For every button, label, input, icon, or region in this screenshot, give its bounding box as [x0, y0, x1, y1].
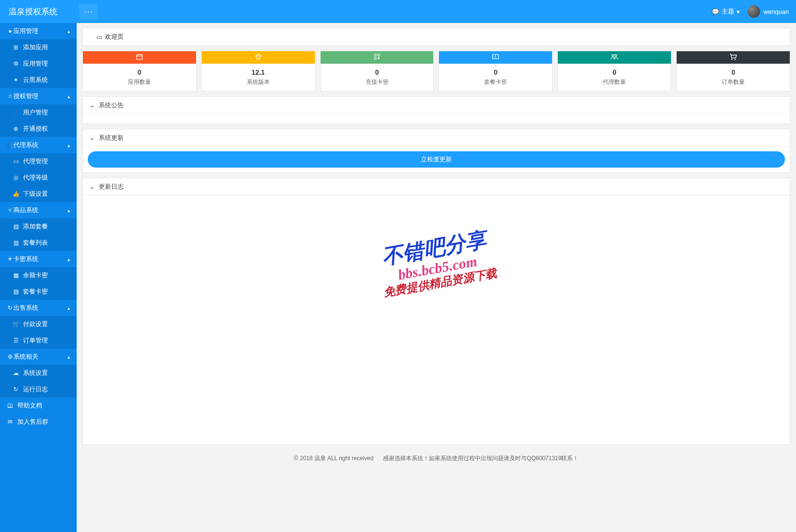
nav-link-label: 帮助文档 — [17, 401, 42, 410]
nav-group-2[interactable]: 👥 代理系统▴ — [0, 137, 77, 153]
check-update-button[interactable]: 立检查更新 — [88, 151, 785, 168]
nav-item-6-0[interactable]: ☁系统设置 — [0, 365, 77, 381]
stat-value: 0 — [439, 68, 552, 76]
nav-group-0[interactable]: ● 应用管理▴ — [0, 23, 77, 39]
panel-announce: ⌄ 系统公告 — [82, 96, 790, 124]
stat-body: 0充值卡密 — [321, 64, 434, 91]
avatar — [748, 5, 760, 18]
stat-body: 0订单数量 — [677, 64, 790, 91]
nav-item-0-1[interactable]: ⚙应用管理 — [0, 56, 77, 72]
stat-card-3[interactable]: 0套餐卡密 — [438, 51, 553, 91]
panel-changelog: ⌄ 更新日志 不错吧分享 bbs.bcb5.com 免费提供精品资源下载 — [82, 178, 790, 445]
watermark-line1: 不错吧分享 — [375, 225, 493, 272]
nav-item-2-1[interactable]: ◎代理等级 — [0, 170, 77, 186]
nav-item-label: 套餐列表 — [23, 238, 48, 247]
stat-cards: 0应用数量12.1系统版本0充值卡密0套餐卡密0代理数量0订单数量 — [77, 46, 796, 96]
window-icon — [136, 53, 143, 62]
main-content: ▭ 欢迎页 0应用数量12.1系统版本0充值卡密0套餐卡密0代理数量0订单数量 … — [77, 23, 796, 532]
nav-item-label: 付款设置 — [23, 320, 48, 328]
stat-card-5[interactable]: 0订单数量 — [676, 51, 790, 91]
stat-value: 0 — [677, 68, 790, 76]
user-menu-button[interactable]: wenquan — [748, 5, 789, 18]
stat-icon-bar — [321, 51, 434, 64]
nav-item-3-0[interactable]: ▤添加套餐 — [0, 218, 77, 235]
nav-item-icon: ▥ — [12, 239, 19, 246]
chevron-up-icon: ▴ — [68, 257, 70, 262]
nav-item-4-1[interactable]: ▧套餐卡密 — [0, 283, 77, 300]
nav-group-label: 授权管理 — [13, 92, 38, 101]
stat-icon-bar — [439, 51, 552, 64]
watermark-line2: bbs.bcb5.com — [379, 250, 495, 286]
nav-group-icon: ☆ — [7, 93, 13, 100]
stat-card-2[interactable]: 0充值卡密 — [320, 51, 434, 91]
nav-group-icon: ✈ — [7, 256, 13, 262]
nav-group-4[interactable]: ✈ 卡密系统▴ — [0, 251, 77, 267]
svg-rect-3 — [374, 54, 376, 56]
window-icon: ▭ — [96, 34, 102, 41]
tab-welcome[interactable]: ▭ 欢迎页 — [89, 28, 131, 45]
stat-card-1[interactable]: 12.1系统版本 — [201, 51, 315, 91]
chevron-up-icon: ▴ — [68, 143, 70, 148]
svg-point-9 — [731, 58, 732, 59]
nav-group-label: 代理系统 — [13, 141, 38, 149]
stat-card-0[interactable]: 0应用数量 — [82, 51, 196, 91]
nav-group-1[interactable]: ☆ 授权管理▴ — [0, 88, 77, 104]
nav-item-icon: ⚙ — [12, 60, 19, 67]
svg-rect-4 — [378, 54, 380, 56]
nav-item-label: 云黑系统 — [23, 76, 48, 84]
nav-item-1-0[interactable]: 👤用户管理 — [0, 104, 77, 121]
panel-head-update[interactable]: ⌄ 系统更新 — [83, 129, 790, 147]
watermark-line3: 免费提供精品资源下载 — [382, 265, 498, 300]
chevron-down-icon: ⌄ — [90, 183, 95, 190]
nav-item-0-0[interactable]: ⊞添加应用 — [0, 39, 77, 56]
chevron-up-icon: ▴ — [68, 94, 70, 99]
nav-item-label: 添加套餐 — [23, 222, 48, 231]
sidebar-toggle-button[interactable]: ⋯ — [79, 4, 97, 19]
stat-icon-bar — [202, 51, 315, 64]
stat-card-4[interactable]: 0代理数量 — [557, 51, 671, 91]
nav-item-5-1[interactable]: ☰订单管理 — [0, 332, 77, 349]
nav-item-icon: ⊞ — [12, 44, 19, 51]
nav-item-icon: 👤 — [12, 109, 19, 116]
chevron-down-icon: ⌄ — [90, 102, 95, 109]
nav-link-1[interactable]: ✉加入售后群 — [0, 414, 77, 430]
chevron-up-icon: ▴ — [68, 208, 70, 213]
nav-item-0-2[interactable]: ✶云黑系统 — [0, 72, 77, 88]
ellipsis-icon: ⋯ — [84, 6, 92, 17]
theme-button[interactable]: 💬 主题 ▾ — [712, 7, 740, 16]
panel-body-update: 立检查更新 — [83, 147, 790, 172]
nav-item-2-0[interactable]: ▭代理管理 — [0, 153, 77, 170]
nav-item-3-1[interactable]: ▥套餐列表 — [0, 235, 77, 251]
nav-item-icon: 🛒 — [12, 321, 19, 328]
stat-icon-bar — [558, 51, 671, 64]
nav-item-2-2[interactable]: 👍下级设置 — [0, 186, 77, 202]
nav-link-icon: ✉ — [7, 419, 13, 425]
panel-head-announce[interactable]: ⌄ 系统公告 — [83, 97, 790, 114]
nav-link-0[interactable]: 🕮帮助文档 — [0, 397, 77, 414]
stat-value: 0 — [558, 68, 671, 76]
nav-item-label: 应用管理 — [23, 59, 48, 68]
nav-item-label: 添加应用 — [23, 43, 48, 52]
nav-item-4-0[interactable]: ▦余额卡密 — [0, 267, 77, 283]
svg-point-10 — [735, 58, 736, 59]
nav-group-3[interactable]: < 商品系统▴ — [0, 202, 77, 218]
chevron-up-icon: ▴ — [68, 354, 70, 360]
nav-item-5-0[interactable]: 🛒付款设置 — [0, 316, 77, 332]
nav-item-icon: 👍 — [12, 191, 19, 197]
nav-group-label: 商品系统 — [13, 206, 38, 215]
stat-label: 套餐卡密 — [439, 78, 552, 86]
nav-item-label: 运行日志 — [23, 385, 48, 394]
nav-group-6[interactable]: ⚙ 系统相关▴ — [0, 349, 77, 365]
nav-item-6-1[interactable]: ↻运行日志 — [0, 381, 77, 397]
nav-link-icon: 🕮 — [7, 402, 13, 409]
panel-body-announce — [83, 114, 790, 124]
nav-group-icon: ↻ — [7, 305, 13, 311]
svg-point-7 — [612, 54, 614, 56]
nav-item-label: 开通授权 — [23, 125, 48, 133]
panel-head-changelog[interactable]: ⌄ 更新日志 — [83, 178, 790, 195]
panel-body-changelog: 不错吧分享 bbs.bcb5.com 免费提供精品资源下载 — [83, 195, 790, 444]
nav-group-5[interactable]: ↻ 出售系统▴ — [0, 300, 77, 316]
diamond-icon — [254, 53, 262, 62]
nav-item-1-1[interactable]: ⊕开通授权 — [0, 121, 77, 137]
nav-item-label: 系统设置 — [23, 369, 48, 377]
